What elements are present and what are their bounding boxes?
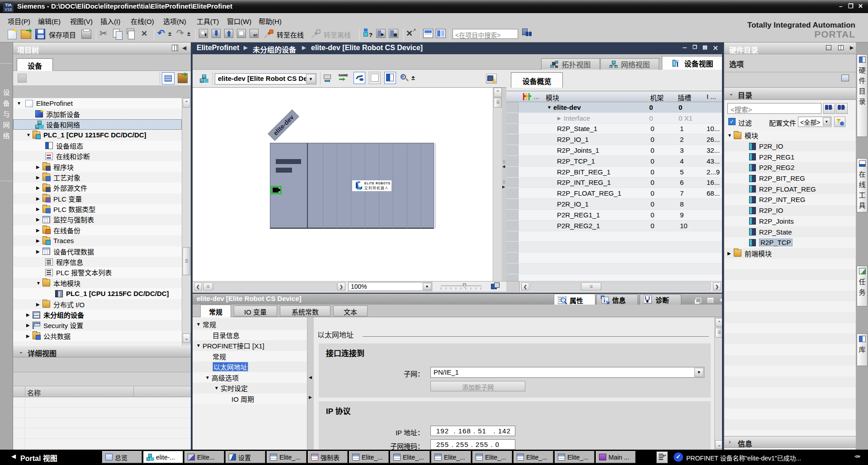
svg-text:ELITE ROBOTS: ELITE ROBOTS: [364, 182, 391, 185]
svg-text:i: i: [604, 297, 605, 304]
svg-text:艾利特机器人: 艾利特机器人: [364, 186, 389, 190]
